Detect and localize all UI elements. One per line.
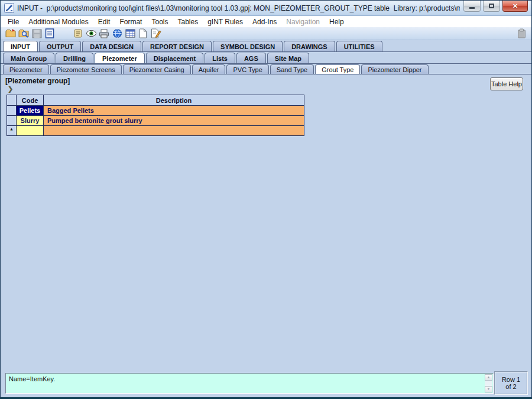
- tab-grout-type[interactable]: Grout Type: [315, 64, 360, 74]
- report-icon[interactable]: [43, 28, 56, 40]
- code-column-header[interactable]: Code: [17, 95, 44, 106]
- maximize-icon[interactable]: [483, 1, 500, 12]
- tab-piezometer-screens[interactable]: Piezometer Screens: [50, 64, 122, 74]
- table-row: Pellets Bagged Pellets: [7, 106, 304, 116]
- tab-ags[interactable]: AGS: [236, 53, 266, 63]
- print-icon[interactable]: [98, 28, 111, 40]
- row-indicator-line2: of 2: [505, 383, 516, 390]
- menu-file[interactable]: File: [3, 17, 24, 27]
- table-tab-bar: Piezometer Piezometer Screens Piezometer…: [1, 64, 531, 74]
- tab-drawings[interactable]: DRAWINGS: [284, 41, 335, 51]
- scroll-up-icon[interactable]: ▲: [485, 374, 492, 381]
- description-cell-slurry[interactable]: Pumped bentonite grout slurry: [44, 116, 304, 126]
- menu-tables[interactable]: Tables: [173, 17, 203, 27]
- grout-type-table: Code Description Pellets Bagged Pellets …: [7, 95, 304, 136]
- tab-piezometer-group[interactable]: Piezometer: [95, 53, 145, 63]
- table-help-button[interactable]: Table Help: [490, 77, 523, 90]
- browse-files-icon[interactable]: [17, 28, 30, 40]
- code-cell-slurry[interactable]: Slurry: [17, 116, 44, 126]
- description-cell-pellets[interactable]: Bagged Pellets: [44, 106, 304, 116]
- open-project-icon[interactable]: [4, 28, 17, 40]
- description-cell-new[interactable]: [44, 126, 304, 136]
- field-help-scrollbar[interactable]: ▲ ▼: [485, 374, 492, 392]
- tab-piezometer-dipper[interactable]: Piezometer Dipper: [361, 64, 428, 74]
- globe-icon[interactable]: [111, 28, 124, 40]
- row-indicator-line1: Row 1: [502, 376, 520, 383]
- menu-edit[interactable]: Edit: [93, 17, 115, 27]
- tab-output[interactable]: OUTPUT: [39, 41, 81, 51]
- menu-bar: File Additional Modules Edit Format Tool…: [1, 16, 531, 27]
- tab-lists[interactable]: Lists: [205, 53, 235, 63]
- expand-chevron-icon[interactable]: ❯: [8, 85, 13, 93]
- script-icon[interactable]: [72, 28, 85, 40]
- table-view-icon[interactable]: [124, 28, 137, 40]
- table-row: Slurry Pumped bentonite grout slurry: [7, 116, 304, 126]
- new-row-marker[interactable]: *: [7, 126, 17, 136]
- field-help-text: Name=ItemKey.: [9, 375, 55, 382]
- row-selector[interactable]: [7, 106, 17, 116]
- scroll-down-icon[interactable]: ▼: [485, 386, 492, 392]
- close-icon[interactable]: ✕: [502, 1, 528, 12]
- app-logo-icon: [4, 3, 14, 13]
- tab-site-map[interactable]: Site Map: [267, 53, 309, 63]
- content-area: [Piezometer group] ❯ Table Help Code Des…: [1, 74, 531, 398]
- group-tab-bar: Main Group Drilling Piezometer Displacem…: [1, 52, 531, 64]
- window-controls: ✕: [463, 1, 528, 12]
- table-header-row: Code Description: [7, 95, 304, 106]
- tab-symbol-design[interactable]: SYMBOL DESIGN: [213, 41, 283, 51]
- clipboard-icon[interactable]: [515, 28, 528, 40]
- tab-sand-type[interactable]: Sand Type: [270, 64, 314, 74]
- main-tab-bar: INPUT OUTPUT DATA DESIGN REPORT DESIGN S…: [1, 40, 531, 52]
- tab-aquifer[interactable]: Aquifer: [192, 64, 226, 74]
- tab-main-group[interactable]: Main Group: [3, 53, 54, 63]
- tab-piezometer-casing[interactable]: Piezometer Casing: [123, 64, 191, 74]
- toolbar: [1, 27, 531, 40]
- tab-pvc-type[interactable]: PVC Type: [226, 64, 268, 74]
- field-help-panel: Name=ItemKey. ▲ ▼: [5, 373, 494, 394]
- tab-data-design[interactable]: DATA DESIGN: [82, 41, 141, 51]
- minimize-icon[interactable]: [463, 1, 481, 12]
- title-bar: INPUT - p:\products\monitoring tool\gint…: [1, 1, 531, 16]
- menu-tools[interactable]: Tools: [147, 17, 173, 27]
- tab-input[interactable]: INPUT: [3, 41, 38, 51]
- code-cell-pellets[interactable]: Pellets: [17, 106, 44, 116]
- row-selector[interactable]: [7, 116, 17, 126]
- tab-drilling[interactable]: Drilling: [56, 53, 93, 63]
- tab-report-design[interactable]: REPORT DESIGN: [142, 41, 212, 51]
- menu-format[interactable]: Format: [115, 17, 147, 27]
- save-icon[interactable]: [30, 28, 43, 40]
- menu-navigation: Navigation: [281, 17, 325, 27]
- menu-add-ins[interactable]: Add-Ins: [248, 17, 281, 27]
- description-column-header[interactable]: Description: [44, 95, 304, 106]
- group-label: [Piezometer group]: [5, 77, 70, 85]
- row-selector-header: [7, 95, 17, 106]
- code-cell-new[interactable]: [17, 126, 44, 136]
- new-document-icon[interactable]: [137, 28, 150, 40]
- window-title: INPUT - p:\products\monitoring tool\gint…: [17, 4, 460, 12]
- row-indicator: Row 1 of 2: [494, 371, 528, 395]
- app-window: INPUT - p:\products\monitoring tool\gint…: [0, 0, 532, 399]
- tab-utilities[interactable]: UTILITIES: [336, 41, 382, 51]
- menu-help[interactable]: Help: [325, 17, 349, 27]
- edit-document-icon[interactable]: [150, 28, 163, 40]
- tab-displacement[interactable]: Displacement: [146, 53, 204, 63]
- preview-eye-icon[interactable]: [85, 28, 98, 40]
- table-new-row: *: [7, 126, 304, 136]
- menu-gint-rules[interactable]: gINT Rules: [203, 17, 248, 27]
- menu-additional-modules[interactable]: Additional Modules: [24, 17, 93, 27]
- tab-piezometer[interactable]: Piezometer: [3, 64, 49, 74]
